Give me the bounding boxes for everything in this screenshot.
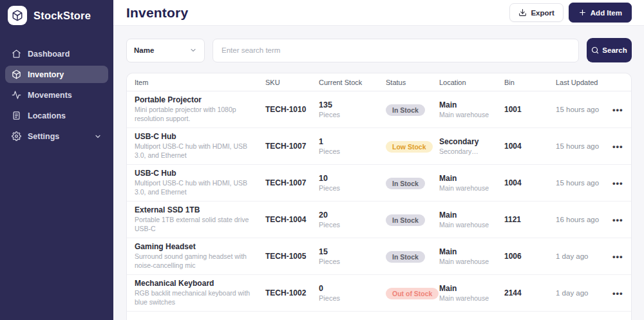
status-cell: In Stock xyxy=(386,214,439,226)
row-actions-menu[interactable]: ••• xyxy=(612,142,631,151)
sidebar-item-label: Inventory xyxy=(28,70,64,79)
row-actions-menu[interactable]: ••• xyxy=(612,289,631,297)
sku-cell: TECH-1005 xyxy=(265,252,319,261)
app-logo: StockStore xyxy=(0,0,113,31)
stock-unit: Pieces xyxy=(319,111,379,118)
item-description: Surround sound gaming headset with noise… xyxy=(135,252,254,270)
add-item-button[interactable]: Add Item xyxy=(569,3,632,23)
stock-cell: 0 Pieces xyxy=(319,284,386,302)
chevron-down-icon xyxy=(189,46,197,54)
item-name: USB-C Hub xyxy=(135,169,259,178)
content: Name Search Item SKU Current Stock Statu… xyxy=(113,26,644,320)
table-row: Portable Projector Mini portable project… xyxy=(127,91,631,128)
location-sub: Main warehouse xyxy=(439,294,498,302)
bin-cell: 2144 xyxy=(504,288,556,297)
sku-cell: TECH-1010 xyxy=(265,105,319,114)
location-sub: Main warehouse xyxy=(439,111,498,118)
table-row: USB-C Hub Multiport USB-C hub with HDMI,… xyxy=(127,165,631,202)
location-cell: Secondary Secondary… xyxy=(439,137,504,155)
location-name: Main xyxy=(439,174,498,183)
status-cell: In Stock xyxy=(386,250,439,263)
item-name: Gaming Headset xyxy=(135,242,259,251)
gear-icon xyxy=(12,131,21,141)
row-actions-menu[interactable]: ••• xyxy=(612,252,631,261)
bin-cell: 1004 xyxy=(504,178,556,187)
sidebar-item-movements[interactable]: Movements xyxy=(5,86,108,104)
sidebar-item-label: Locations xyxy=(28,111,66,120)
item-cell: Portable Projector Mini portable project… xyxy=(135,95,265,123)
location-cell: Main Main warehouse xyxy=(439,284,504,302)
export-button[interactable]: Export xyxy=(509,3,563,22)
search-input[interactable] xyxy=(213,39,579,62)
location-sub: Secondary… xyxy=(439,147,498,155)
location-cell: Main Main warehouse xyxy=(439,174,504,192)
search-field-select[interactable]: Name xyxy=(126,39,205,62)
status-badge: In Stock xyxy=(386,214,425,226)
search-button-label: Search xyxy=(602,46,627,54)
sidebar-item-settings[interactable]: Settings xyxy=(5,127,108,145)
column-header-current-stock: Current Stock xyxy=(319,79,386,86)
home-icon xyxy=(12,49,21,59)
stock-quantity: 0 xyxy=(319,284,379,293)
plus-icon xyxy=(578,8,587,17)
app-title: StockStore xyxy=(33,10,91,22)
table-row: Mechanical Keyboard RGB backlit mechanic… xyxy=(127,275,631,312)
last-updated-cell: 1 day ago xyxy=(556,252,612,260)
item-name: USB-C Hub xyxy=(135,132,259,141)
download-icon xyxy=(518,8,527,17)
status-badge: In Stock xyxy=(386,251,425,263)
last-updated-cell: 15 hours ago xyxy=(556,106,612,113)
stock-quantity: 10 xyxy=(319,174,379,183)
sku-cell: TECH-1004 xyxy=(265,215,319,224)
location-cell: Main Main warehouse xyxy=(439,247,504,265)
page-header: Inventory Export Add Item xyxy=(113,0,644,26)
item-description: Multiport USB-C hub with HDMI, USB 3.0, … xyxy=(135,142,254,160)
item-cell: Mechanical Keyboard RGB backlit mechanic… xyxy=(135,279,265,306)
last-updated-cell: 15 hours ago xyxy=(556,179,612,187)
sidebar-item-label: Dashboard xyxy=(28,50,70,59)
row-actions-menu[interactable]: ••• xyxy=(612,179,631,187)
sidebar-item-dashboard[interactable]: Dashboard xyxy=(5,45,108,62)
export-button-label: Export xyxy=(531,9,554,17)
sidebar-item-locations[interactable]: Locations xyxy=(5,107,108,124)
table-row: USB-C Hub Multiport USB-C hub with HDMI,… xyxy=(127,128,631,165)
search-icon xyxy=(591,46,599,54)
stock-unit: Pieces xyxy=(319,221,379,229)
item-cell: USB-C Hub Multiport USB-C hub with HDMI,… xyxy=(135,169,265,196)
search-button[interactable]: Search xyxy=(587,38,632,62)
search-bar: Name Search xyxy=(126,38,632,62)
item-cell: USB-C Hub Multiport USB-C hub with HDMI,… xyxy=(135,132,265,160)
column-header-item: Item xyxy=(135,79,265,86)
location-cell: Main Main warehouse xyxy=(439,211,504,229)
location-name: Main xyxy=(439,100,498,109)
bin-cell: 1006 xyxy=(504,252,556,261)
stock-cell: 10 Pieces xyxy=(319,174,386,192)
last-updated-cell: 15 hours ago xyxy=(556,142,612,150)
status-badge: Low Stock xyxy=(386,141,433,153)
status-cell: In Stock xyxy=(386,104,439,116)
stock-quantity: 135 xyxy=(319,100,379,109)
row-actions-menu[interactable]: ••• xyxy=(612,216,631,224)
item-name: Portable Projector xyxy=(135,95,259,104)
building-icon xyxy=(12,111,21,120)
activity-icon xyxy=(12,90,21,100)
bin-cell: 1001 xyxy=(504,105,556,114)
location-name: Main xyxy=(439,284,498,293)
item-description: RGB backlit mechanical keyboard with blu… xyxy=(135,289,254,306)
column-header-status: Status xyxy=(386,79,439,86)
column-header-location: Location xyxy=(439,79,504,86)
table-body: Portable Projector Mini portable project… xyxy=(127,91,631,320)
stock-quantity: 1 xyxy=(319,137,379,146)
stock-quantity: 15 xyxy=(319,247,379,256)
inventory-table: Item SKU Current Stock Status Location B… xyxy=(126,73,632,320)
table-row: External SSD 1TB Portable 1TB external s… xyxy=(127,202,631,238)
sidebar-item-inventory[interactable]: Inventory xyxy=(5,66,108,83)
row-actions-menu[interactable]: ••• xyxy=(612,106,631,114)
stock-unit: Pieces xyxy=(319,184,379,192)
column-header-bin: Bin xyxy=(504,79,556,86)
chevron-down-icon xyxy=(94,133,102,140)
stock-unit: Pieces xyxy=(319,258,379,265)
location-name: Main xyxy=(439,247,498,256)
location-cell: Main Main warehouse xyxy=(439,100,504,118)
status-badge: Out of Stock xyxy=(386,288,439,299)
